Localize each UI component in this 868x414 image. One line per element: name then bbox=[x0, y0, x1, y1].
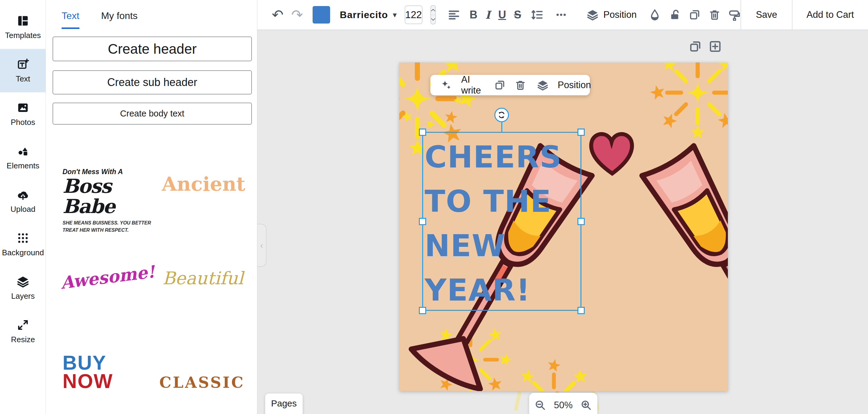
paint-roller-icon bbox=[728, 9, 741, 21]
sidebar-item-resize[interactable]: Resize bbox=[0, 310, 46, 353]
rotate-handle-connector bbox=[501, 122, 502, 132]
sidebar-item-label: Resize bbox=[11, 335, 35, 344]
page-actions bbox=[689, 40, 722, 53]
zoom-in-icon[interactable] bbox=[581, 400, 592, 411]
resize-icon bbox=[17, 319, 29, 331]
design-canvas[interactable]: CHEERS TO THE NEW YEAR! bbox=[399, 63, 728, 391]
position-element-button[interactable] bbox=[537, 79, 549, 91]
zoom-control: 50% bbox=[529, 393, 597, 414]
tab-my-fonts[interactable]: My fonts bbox=[101, 10, 138, 29]
sidebar-item-photos[interactable]: Photos bbox=[0, 92, 46, 136]
sample-line-buy: BUY bbox=[63, 354, 113, 372]
font-size-input[interactable]: 122 bbox=[405, 5, 423, 24]
selection-handle-sw[interactable] bbox=[419, 307, 426, 314]
panel-tabs: Text My fonts bbox=[62, 10, 138, 29]
font-sample-buy-now[interactable]: BUY NOW bbox=[63, 354, 113, 391]
save-button[interactable]: Save bbox=[741, 0, 792, 30]
layers-icon bbox=[587, 9, 598, 21]
sidebar-item-upload[interactable]: Upload bbox=[0, 179, 46, 223]
create-sub-header-button[interactable]: Create sub header bbox=[53, 70, 252, 95]
underline-button[interactable]: U bbox=[498, 8, 506, 21]
ai-write-label: AI write bbox=[461, 74, 481, 96]
font-size-stepper bbox=[430, 5, 436, 25]
font-sample-boss-babe[interactable]: Don't Mess With A Boss Babe SHE MEANS BU… bbox=[63, 168, 153, 234]
selection-handle-w[interactable] bbox=[419, 218, 426, 225]
duplicate-icon bbox=[494, 79, 505, 91]
sidebar-item-text[interactable]: Text bbox=[0, 49, 46, 92]
unlock-icon bbox=[669, 9, 681, 21]
sample-line-now: NOW bbox=[63, 372, 113, 390]
create-header-button[interactable]: Create header bbox=[53, 36, 252, 61]
line-spacing-button[interactable] bbox=[531, 9, 543, 21]
bold-button[interactable]: B bbox=[470, 8, 477, 21]
lock-button[interactable] bbox=[669, 9, 681, 21]
champagne-glass-right bbox=[633, 141, 728, 391]
sidebar-item-label: Upload bbox=[10, 205, 35, 214]
design-editor-app: Templates Text Photos Elements Upload Ba… bbox=[0, 0, 868, 414]
droplet-icon bbox=[649, 9, 661, 21]
align-left-button[interactable] bbox=[448, 9, 460, 21]
font-family-value: Barriecito bbox=[340, 9, 388, 21]
sidebar: Templates Text Photos Elements Upload Ba… bbox=[0, 0, 46, 414]
text-icon bbox=[17, 58, 29, 71]
redo-icon[interactable]: ↷ bbox=[291, 8, 303, 22]
font-sample-awesome[interactable]: Awesome! bbox=[60, 262, 152, 293]
sidebar-item-layers[interactable]: Layers bbox=[0, 266, 46, 310]
sidebar-item-elements[interactable]: Elements bbox=[0, 136, 46, 179]
upload-icon bbox=[17, 188, 29, 201]
toolbar-right-actions: Save Add to Cart bbox=[741, 0, 868, 30]
selection-handle-ne[interactable] bbox=[578, 129, 585, 136]
transparency-button[interactable] bbox=[649, 9, 661, 21]
pages-button[interactable]: Pages bbox=[265, 393, 303, 414]
zoom-out-icon[interactable] bbox=[534, 400, 546, 411]
photos-icon bbox=[17, 101, 29, 114]
delete-button[interactable] bbox=[709, 9, 721, 21]
sidebar-item-background[interactable]: Background bbox=[0, 223, 46, 266]
font-family-selector[interactable]: Barriecito ▾ bbox=[340, 9, 397, 21]
rotate-icon bbox=[498, 111, 505, 119]
zoom-level-value: 50% bbox=[554, 400, 572, 411]
background-icon bbox=[17, 232, 29, 244]
top-toolbar: ↶ ↷ Barriecito ▾ 122 B I U S bbox=[257, 0, 868, 30]
font-sample-ancient[interactable]: Ancient bbox=[158, 173, 249, 195]
chevron-down-icon bbox=[431, 18, 435, 22]
add-to-cart-button[interactable]: Add to Cart bbox=[793, 0, 868, 30]
style-copy-button[interactable] bbox=[728, 9, 741, 21]
strikethrough-button[interactable]: S bbox=[514, 8, 521, 21]
panel-collapse-handle[interactable]: ‹ bbox=[257, 224, 267, 267]
text-panel: Text My fonts Create header Create sub h… bbox=[46, 0, 257, 414]
selection-floating-toolbar: AI write Position bbox=[430, 75, 590, 95]
tab-text[interactable]: Text bbox=[62, 10, 80, 29]
position-label: Position bbox=[558, 80, 591, 91]
trash-icon bbox=[709, 9, 721, 21]
delete-element-button[interactable] bbox=[515, 79, 526, 91]
create-body-text-button[interactable]: Create body text bbox=[53, 103, 252, 125]
undo-icon[interactable]: ↶ bbox=[272, 8, 284, 22]
templates-icon bbox=[17, 14, 29, 27]
italic-button[interactable]: I bbox=[485, 8, 491, 21]
selection-handle-se[interactable] bbox=[578, 307, 585, 314]
sidebar-item-templates[interactable]: Templates bbox=[0, 5, 46, 49]
duplicate-page-icon[interactable] bbox=[689, 40, 702, 53]
pages-label: Pages bbox=[271, 398, 297, 414]
align-left-icon bbox=[448, 9, 460, 21]
rotate-handle[interactable] bbox=[494, 108, 509, 122]
text-color-swatch[interactable] bbox=[313, 6, 330, 24]
selection-handle-e[interactable] bbox=[578, 218, 585, 225]
add-page-icon[interactable] bbox=[709, 40, 722, 53]
selection-handle-nw[interactable] bbox=[419, 129, 426, 136]
stepper-up-button[interactable] bbox=[431, 6, 435, 15]
font-sample-classic[interactable]: CLASSIC bbox=[152, 374, 252, 391]
font-sample-beautiful[interactable]: Beautiful bbox=[155, 268, 251, 288]
more-options-button[interactable] bbox=[555, 9, 567, 21]
duplicate-button[interactable] bbox=[689, 9, 701, 21]
chevron-left-icon: ‹ bbox=[260, 240, 264, 250]
duplicate-element-button[interactable] bbox=[494, 79, 505, 91]
sample-caption: SHE MEANS BUISNESS. YOU BETTER TREAT HER… bbox=[63, 219, 162, 233]
position-button[interactable]: Position bbox=[587, 9, 637, 21]
sample-title: Boss Babe bbox=[63, 176, 153, 216]
stepper-down-button[interactable] bbox=[431, 15, 435, 24]
trash-icon bbox=[515, 79, 526, 91]
selection-box[interactable] bbox=[422, 132, 581, 311]
ai-write-button[interactable] bbox=[441, 79, 452, 91]
